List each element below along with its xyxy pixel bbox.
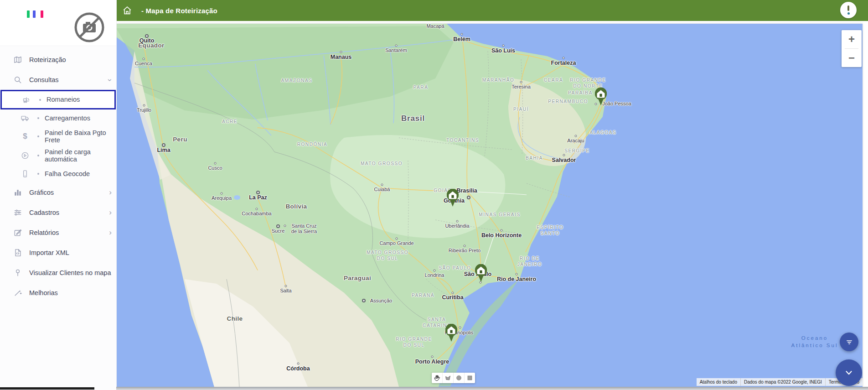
broken-image-icon [73,11,106,46]
city-dot-belo-horizonte [501,229,503,232]
forklift-icon [22,95,32,105]
warehouse-map-pin-2[interactable] [446,189,460,207]
file-xml-icon [13,248,23,258]
pin-icon [13,268,23,278]
sidebar-item-visualizar-clientes-no-mapa[interactable]: Visualizar Clientes no mapa [0,263,116,283]
city-dot-teresina [520,81,522,83]
city-dot-aracaju [575,135,577,137]
city-dot-cusco [214,162,217,165]
city-dot-rio-de-janeiro [516,273,518,276]
city-dot-trujillo [143,104,145,107]
city-dot-arequipa [221,192,223,195]
bullet-dot [37,135,39,137]
city-dot-manaus [340,51,342,53]
sidebar-item-romaneios[interactable]: Romaneios [0,90,116,109]
city-dot-florianopolis [459,327,461,329]
home-icon[interactable] [122,5,132,16]
sidebar-item-consultas[interactable]: Consultas› [0,70,116,90]
city-dot-cuenca [143,58,145,60]
sidebar-item-label: Importar XML [29,247,112,258]
sidebar-item-relatorios[interactable]: Relatórios› [0,223,116,243]
map-icon [13,55,23,65]
sidebar-item-falha-geocode[interactable]: Falha Geocode [0,165,116,182]
city-dot-salvador [563,154,565,156]
city-dot-la-paz [256,191,260,194]
city-dot-campo-grande [396,238,398,240]
filter-icon [845,338,853,346]
sidebar-item-label: Painel de carga automática [45,146,112,165]
zoom-out-button[interactable]: − [842,49,862,67]
phone-icon [20,169,30,179]
sidebar-item-label: Roteirização [29,54,112,65]
truck-icon [20,113,30,123]
city-dot-curitiba [452,292,454,294]
filter-fab-button[interactable] [840,333,858,351]
city-dot-lima [162,143,165,147]
polygon-icon[interactable] [442,373,453,383]
sidebar-item-label: Carregamentos [45,113,112,124]
page-title: - Mapa de Roteirização [141,7,217,15]
zoom-control: + − [842,30,862,67]
city-dot-salta [285,285,287,287]
bullet-dot [39,99,41,101]
keyboard-shortcuts-link[interactable]: Atalhos do teclado [697,378,740,386]
bar-chart-icon [13,187,23,198]
exclamation-icon [847,5,849,11]
logo-bar-green [27,10,30,18]
logo-block [0,0,116,46]
drawing-toolbar [432,373,475,383]
sidebar-item-carregamentos[interactable]: Carregamentos [0,109,116,127]
sidebar-item-graficos[interactable]: Gráficos› [0,182,116,203]
city-dot-santarem [395,45,398,47]
sidebar-menu: RoteirizaçãoConsultas›RomaneiosCarregame… [0,46,116,303]
sidebar-item-label: Relatórios [29,227,109,238]
map-canvas[interactable]: EquadorPeruBolíviaParaguaiChileBrasilAMA… [116,24,863,387]
chevron-down-icon: › [107,78,114,81]
search-icon [13,75,23,85]
city-dot-cochabamba [256,208,258,210]
square-icon[interactable] [464,373,475,383]
sidebar-item-importar-xml[interactable]: Importar XML [0,243,116,263]
circle-icon[interactable] [453,373,464,383]
alert-button[interactable] [840,2,857,18]
sidebar-item-melhorias[interactable]: Melhorias [0,283,116,303]
map-terrain [116,24,863,387]
chevron-right-icon: › [109,208,112,216]
sidebar-item-painel-de-baixa-pgto-frete[interactable]: $Painel de Baixa Pgto Frete [0,127,116,146]
city-dot-cuiaba [381,184,383,186]
sidebar-item-label: Romaneios [46,94,110,105]
city-dot-uberlandia [456,220,459,223]
logo-bar-blue [33,10,36,18]
sidebar-item-label: Cadastros [29,207,109,218]
city-dot-brasilia [467,196,470,199]
zoom-in-button[interactable]: + [842,30,862,48]
warehouse-map-pin-4[interactable] [444,324,458,342]
hand-icon[interactable] [432,373,442,383]
sidebar-item-label: Consultas [29,74,109,85]
chevron-right-icon: › [109,188,112,196]
bullet-dot [37,155,39,156]
city-dot-santa-cruz-de-la-sierra [284,225,286,227]
logo-bar-pink [41,10,43,18]
wand-icon [13,288,23,298]
sidebar-item-label: Gráficos [29,187,109,198]
chevron-right-icon: › [109,229,112,236]
play-circle-icon [20,151,30,161]
horizontal-scrollbar-track[interactable] [116,387,868,390]
city-dot-quito [145,34,149,38]
chevron-down-icon [844,368,854,378]
city-dot-sao-luis [502,45,505,47]
city-dot-fortaleza [563,57,565,59]
sidebar-item-label: Painel de Baixa Pgto Frete [45,127,112,146]
collapse-fab-button[interactable] [836,359,862,386]
top-header-bar: - Mapa de Roteirização [116,0,868,21]
city-dot-cordoba [297,363,300,365]
warehouse-map-pin-3[interactable] [474,264,488,282]
warehouse-map-pin-1[interactable] [594,88,608,106]
sidebar-item-cadastros[interactable]: Cadastros› [0,203,116,223]
city-dot-sucre [276,224,280,228]
horizontal-scrollbar-thumb[interactable] [0,387,94,390]
sidebar-item-roteirizacao[interactable]: Roteirização [0,50,116,70]
city-dot-ribeirao-preto [464,245,466,247]
sidebar-item-painel-de-carga-automatica[interactable]: Painel de carga automática [0,146,116,165]
